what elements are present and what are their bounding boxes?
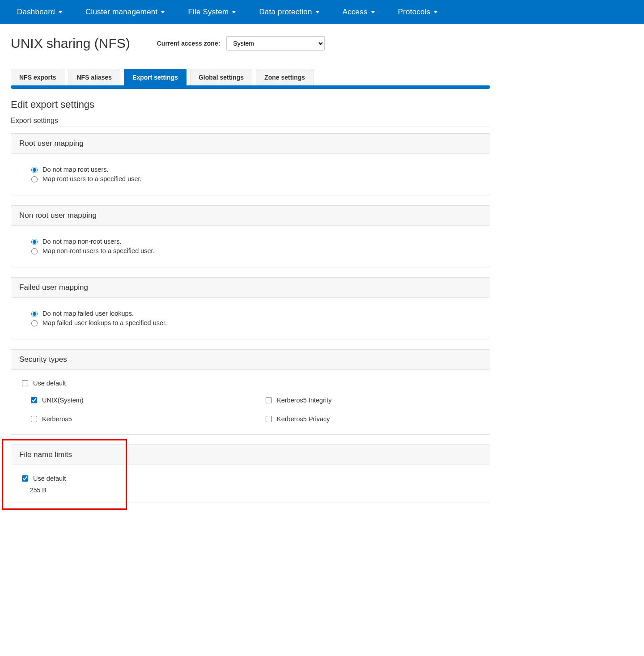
radio-do-not-map-nonroot[interactable]: Do not map non-root users.	[29, 237, 472, 245]
panel-failed-user-mapping: Failed user mapping Do not map failed us…	[11, 277, 490, 339]
checkbox-input[interactable]	[22, 380, 28, 386]
panel-header: File name limits	[11, 445, 490, 465]
page-title: UNIX sharing (NFS)	[11, 36, 130, 51]
tab-export-settings[interactable]: Export settings	[124, 69, 186, 85]
caret-down-icon	[161, 11, 165, 13]
radio-label: Map non-root users to a specified user.	[42, 247, 155, 254]
panel-header: Security types	[11, 350, 490, 370]
checkbox-security-use-default[interactable]: Use default	[20, 379, 481, 388]
nav-label: Cluster management	[85, 8, 157, 17]
caret-down-icon	[371, 11, 375, 13]
nav-item-dashboard[interactable]: Dashboard	[5, 0, 74, 24]
checkbox-label: Use default	[33, 380, 66, 387]
radio-map-root-specified[interactable]: Map root users to a specified user.	[29, 175, 472, 182]
caret-down-icon	[232, 11, 236, 13]
checkbox-filename-use-default[interactable]: Use default	[20, 474, 481, 483]
caret-down-icon	[59, 11, 62, 13]
nav-item-protocols[interactable]: Protocols	[386, 0, 449, 24]
checkbox-kerberos5[interactable]: Kerberos5	[29, 415, 246, 423]
checkbox-input[interactable]	[266, 397, 272, 403]
nav-label: File System	[188, 8, 229, 17]
checkbox-label: UNIX(System)	[42, 397, 84, 404]
panel-file-name-limits: File name limits Use default 255 B	[11, 444, 490, 503]
radio-input[interactable]	[31, 167, 38, 173]
radio-do-not-map-failed[interactable]: Do not map failed user lookups.	[29, 309, 472, 317]
radio-label: Do not map root users.	[42, 166, 109, 173]
radio-label: Map failed user lookups to a specified u…	[42, 319, 167, 326]
radio-map-nonroot-specified[interactable]: Map non-root users to a specified user.	[29, 247, 472, 254]
checkbox-label: Use default	[33, 475, 66, 482]
radio-label: Map root users to a specified user.	[42, 175, 142, 182]
nav-item-access[interactable]: Access	[331, 0, 386, 24]
export-settings-subheading: Export settings	[11, 117, 490, 125]
nav-item-data-protection[interactable]: Data protection	[247, 0, 330, 24]
divider	[11, 127, 490, 127]
radio-input[interactable]	[31, 248, 38, 254]
panel-root-user-mapping: Root user mapping Do not map root users.…	[11, 133, 490, 195]
checkbox-label: Kerberos5	[42, 415, 72, 423]
panel-header: Root user mapping	[11, 134, 490, 154]
radio-do-not-map-root[interactable]: Do not map root users.	[29, 165, 472, 173]
nav-item-cluster-management[interactable]: Cluster management	[74, 0, 176, 24]
filename-limit-value: 255 B	[30, 487, 481, 494]
tab-nfs-aliases[interactable]: NFS aliases	[68, 69, 120, 85]
top-nav: Dashboard Cluster management File System…	[0, 0, 644, 24]
tab-underline	[11, 85, 490, 89]
nav-label: Dashboard	[17, 8, 55, 17]
caret-down-icon	[316, 11, 319, 13]
checkbox-input[interactable]	[31, 416, 37, 422]
zone-label: Current access zone:	[157, 40, 220, 47]
tab-zone-settings[interactable]: Zone settings	[256, 69, 314, 85]
panel-non-root-user-mapping: Non root user mapping Do not map non-roo…	[11, 205, 490, 267]
checkbox-unix-system[interactable]: UNIX(System)	[29, 396, 246, 405]
radio-map-failed-specified[interactable]: Map failed user lookups to a specified u…	[29, 319, 472, 326]
nav-label: Access	[343, 8, 368, 17]
tab-global-settings[interactable]: Global settings	[190, 69, 252, 85]
checkbox-label: Kerberos5 Integrity	[277, 397, 332, 404]
checkbox-kerberos5-integrity[interactable]: Kerberos5 Integrity	[264, 396, 481, 405]
checkbox-kerberos5-privacy[interactable]: Kerberos5 Privacy	[264, 415, 481, 423]
checkbox-input[interactable]	[31, 397, 37, 403]
caret-down-icon	[434, 11, 437, 13]
tab-nfs-exports[interactable]: NFS exports	[11, 69, 64, 85]
radio-label: Do not map failed user lookups.	[42, 310, 134, 317]
tab-bar: NFS exports NFS aliases Export settings …	[11, 69, 490, 85]
panel-security-types: Security types Use default UNIX(System) …	[11, 349, 490, 435]
access-zone-select[interactable]: System	[226, 36, 325, 51]
nav-item-file-system[interactable]: File System	[176, 0, 247, 24]
title-row: UNIX sharing (NFS) Current access zone: …	[11, 36, 490, 51]
radio-input[interactable]	[31, 176, 38, 182]
radio-input[interactable]	[31, 320, 38, 326]
nav-label: Data protection	[259, 8, 312, 17]
radio-input[interactable]	[31, 311, 38, 317]
panel-header: Failed user mapping	[11, 278, 490, 298]
radio-input[interactable]	[31, 239, 38, 245]
checkbox-label: Kerberos5 Privacy	[277, 415, 330, 423]
panel-header: Non root user mapping	[11, 206, 490, 226]
checkbox-input[interactable]	[22, 475, 28, 482]
radio-label: Do not map non-root users.	[42, 238, 122, 245]
checkbox-input[interactable]	[266, 416, 272, 422]
edit-export-settings-heading: Edit export settings	[11, 99, 490, 110]
nav-label: Protocols	[398, 8, 431, 17]
